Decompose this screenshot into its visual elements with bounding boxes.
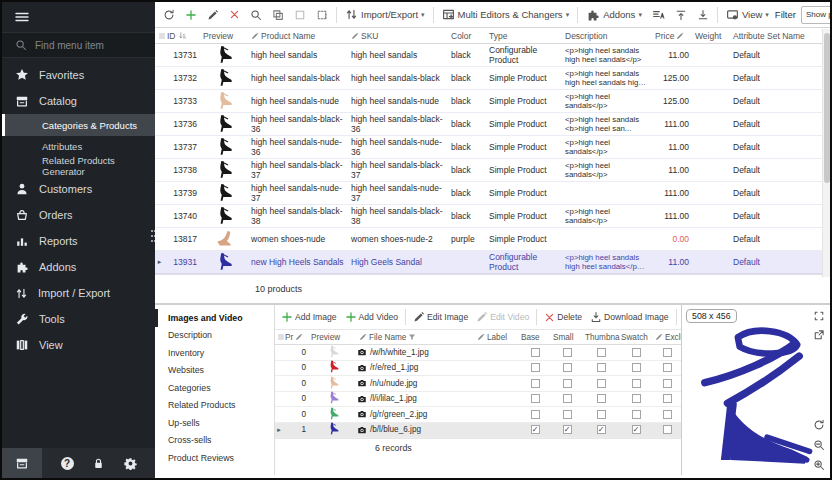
- checkbox-base[interactable]: [519, 348, 551, 357]
- delete-image-button[interactable]: Delete: [541, 310, 585, 325]
- add-video-button[interactable]: Add Video: [342, 309, 402, 325]
- checkbox-exclude[interactable]: [653, 379, 681, 388]
- checkbox-thumbnail[interactable]: [583, 363, 619, 372]
- checkbox-exclude[interactable]: [653, 348, 681, 357]
- column-header-description[interactable]: Description: [562, 31, 652, 41]
- filter-funnel-icon[interactable]: [408, 333, 416, 341]
- column-header-price[interactable]: Price: [652, 31, 692, 41]
- image-row-white_1.jpg[interactable]: 0/w/h/white_1.jpg: [275, 345, 681, 361]
- search-products-button[interactable]: [246, 6, 266, 24]
- column-header[interactable]: [275, 333, 283, 341]
- sidebar-item-orders[interactable]: Orders: [2, 202, 155, 228]
- add-image-button[interactable]: Add Image: [278, 309, 340, 325]
- column-header-attribute-set-name[interactable]: Attribute Set Name: [730, 31, 821, 41]
- edit-product-button[interactable]: [203, 6, 223, 24]
- image-row-lilac_1.jpg[interactable]: 0/l/i/lilac_1.jpg: [275, 392, 681, 408]
- checkbox-exclude[interactable]: [653, 363, 681, 372]
- products-grid-scrollbar[interactable]: [822, 29, 830, 277]
- sidebar-item-customers[interactable]: Customers: [2, 176, 155, 202]
- checkbox-small[interactable]: [551, 410, 583, 419]
- checkbox-exclude[interactable]: [653, 394, 681, 403]
- view-menu[interactable]: View▾: [722, 5, 773, 24]
- column-header[interactable]: [155, 32, 164, 40]
- sidebar-item-tools[interactable]: Tools: [2, 306, 155, 332]
- checkbox-small[interactable]: [551, 379, 583, 388]
- product-row-13817[interactable]: 13817women shoes-nudewomen shoes-nude-2p…: [155, 228, 830, 251]
- hamburger-menu-icon[interactable]: [14, 9, 30, 25]
- checkbox-small[interactable]: [551, 363, 583, 372]
- tab-cross-sells[interactable]: Cross-sells: [155, 432, 274, 450]
- product-row-13731[interactable]: 13731high heel sandalshigh heel sandalsb…: [155, 44, 830, 67]
- sidebar-subitem-categories-products[interactable]: Categories & Products: [2, 114, 155, 136]
- checkbox-base[interactable]: [519, 363, 551, 372]
- image-row-nude.jpg[interactable]: 0/n/u/nude.jpg: [275, 376, 681, 392]
- copy-button[interactable]: [268, 6, 288, 24]
- tab-websites[interactable]: Websites: [155, 362, 274, 380]
- column-header-label[interactable]: Label: [475, 333, 519, 342]
- delete-product-button[interactable]: [225, 6, 244, 23]
- expand-rows-button[interactable]: [671, 6, 691, 24]
- checkbox-base[interactable]: [519, 394, 551, 403]
- import-export-menu[interactable]: Import/Export▾: [341, 5, 429, 24]
- checkbox-swatch[interactable]: [619, 394, 653, 403]
- checkbox-thumbnail[interactable]: ✓: [583, 425, 619, 434]
- image-row-red_1.jpg[interactable]: 0/r/e/red_1.jpg: [275, 361, 681, 377]
- sidebar-footer-catalog-button[interactable]: [2, 448, 42, 478]
- product-row-13739[interactable]: 13739high heel sandals-nude-37high heel …: [155, 182, 830, 205]
- help-button[interactable]: ?: [61, 457, 74, 470]
- add-product-button[interactable]: [181, 6, 201, 24]
- checkbox-swatch[interactable]: [619, 379, 653, 388]
- addons-menu[interactable]: Addons▾: [582, 5, 646, 25]
- edit-video-button[interactable]: Edit Video: [473, 309, 532, 325]
- product-row-13732[interactable]: 13732high heel sandals-blackhigh heel sa…: [155, 67, 830, 90]
- checkbox-thumbnail[interactable]: [583, 379, 619, 388]
- column-header-base[interactable]: Base: [519, 333, 551, 342]
- filter-select[interactable]: Show products from selected categories▾: [801, 6, 832, 24]
- sidebar-subitem-attributes[interactable]: Attributes: [2, 136, 155, 156]
- refresh-button[interactable]: [159, 6, 179, 24]
- checkbox-base[interactable]: [519, 410, 551, 419]
- sidebar-item-favorites[interactable]: Favorites: [2, 62, 155, 88]
- product-row-13736[interactable]: 13736high heel sandals-black-36high heel…: [155, 113, 830, 136]
- column-header-preview[interactable]: Preview: [309, 333, 357, 342]
- tab-categories[interactable]: Categories: [155, 379, 274, 397]
- column-header-type[interactable]: Type: [486, 31, 562, 41]
- settings-button[interactable]: [124, 457, 137, 470]
- tab-inventory[interactable]: Inventory: [155, 344, 274, 362]
- image-row-green_2.jpg[interactable]: 0/g/r/green_2.jpg: [275, 407, 681, 423]
- checkbox-small[interactable]: [551, 394, 583, 403]
- select-button[interactable]: [290, 6, 310, 24]
- checkbox-swatch[interactable]: [619, 410, 653, 419]
- column-header-small[interactable]: Small: [551, 333, 583, 342]
- checkbox-swatch[interactable]: [619, 363, 653, 372]
- sidebar-item-catalog[interactable]: Catalog: [2, 88, 155, 114]
- column-header-weight[interactable]: Weight: [692, 31, 730, 41]
- checkbox-thumbnail[interactable]: [583, 410, 619, 419]
- checkbox-thumbnail[interactable]: [583, 394, 619, 403]
- paste-special-button[interactable]: [312, 6, 332, 24]
- checkbox-base[interactable]: ✓: [519, 425, 551, 434]
- checkbox-small[interactable]: [551, 348, 583, 357]
- multi-editors-menu[interactable]: Multi Editors & Changers▾: [438, 5, 574, 24]
- lock-button[interactable]: [92, 457, 105, 470]
- tab-images-and-video[interactable]: Images and Video: [155, 309, 274, 327]
- tab-related-products[interactable]: Related Products: [155, 397, 274, 415]
- tab-product-reviews[interactable]: Product Reviews: [155, 449, 274, 467]
- sidebar-item-addons[interactable]: Addons: [2, 254, 155, 280]
- sidebar-item-view[interactable]: View: [2, 332, 155, 358]
- collapse-rows-button[interactable]: [693, 6, 713, 24]
- column-header-thumbna[interactable]: Thumbna: [583, 333, 619, 342]
- column-header-preview[interactable]: Preview: [200, 31, 248, 41]
- column-header-sku[interactable]: SKU: [348, 31, 448, 41]
- tab-up-sells[interactable]: Up-sells: [155, 414, 274, 432]
- sidebar-subitem-related-products-generator[interactable]: Related Products Generator: [2, 156, 155, 176]
- column-header-pr[interactable]: Pr: [283, 333, 309, 342]
- sidebar-search-input[interactable]: Find menu item: [2, 32, 155, 58]
- checkbox-swatch[interactable]: [619, 348, 653, 357]
- product-row-13737[interactable]: 13737high heel sandals-nude-36high heel …: [155, 136, 830, 159]
- sidebar-item-import-export[interactable]: Import / Export: [2, 280, 155, 306]
- column-header-product-name[interactable]: Product Name: [248, 31, 348, 41]
- checkbox-exclude[interactable]: [653, 410, 681, 419]
- checkbox-exclude[interactable]: [653, 425, 681, 434]
- column-header-swatch[interactable]: Swatch: [619, 333, 653, 342]
